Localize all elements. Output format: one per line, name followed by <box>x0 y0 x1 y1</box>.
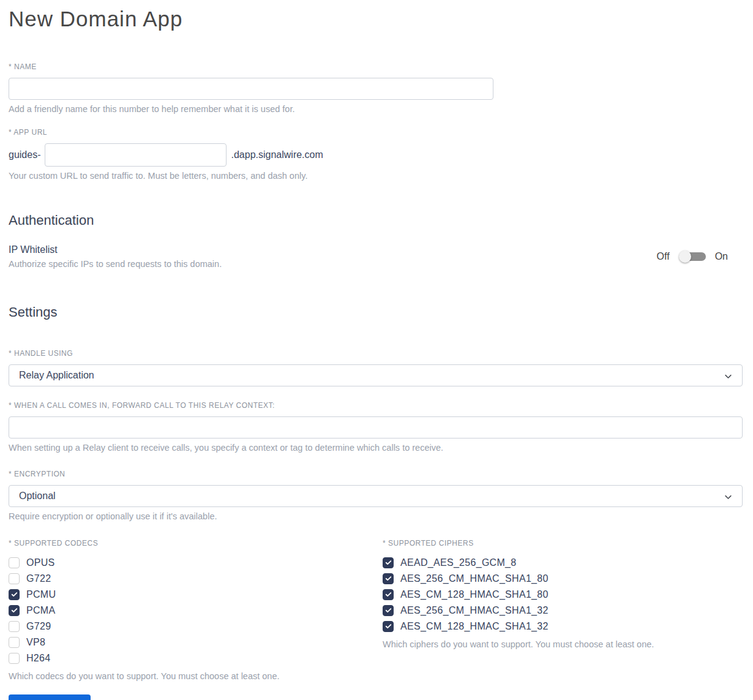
supported-ciphers-label: * SUPPORTED CIPHERS <box>383 539 743 548</box>
chevron-down-icon <box>724 492 733 502</box>
ip-whitelist-text: IP Whitelist Authorize specific IPs to s… <box>9 244 222 269</box>
cipher-list: AEAD_AES_256_GCM_8AES_256_CM_HMAC_SHA1_8… <box>383 555 743 634</box>
supported-codecs-label: * SUPPORTED CODECS <box>9 539 383 548</box>
codec-option-label: PCMA <box>26 605 55 616</box>
name-label: * NAME <box>9 62 743 71</box>
codec-option-vp8[interactable]: VP8 <box>9 634 383 650</box>
cipher-option-aes_256_cm_hmac_sha1_80[interactable]: AES_256_CM_HMAC_SHA1_80 <box>383 571 743 587</box>
codec-option-label: H264 <box>26 653 50 664</box>
encryption-value: Optional <box>19 491 56 502</box>
checkbox-checked-icon[interactable] <box>383 621 394 632</box>
encryption-group: * ENCRYPTION Optional Require encryption… <box>9 470 743 521</box>
app-url-prefix: guides- <box>9 149 40 160</box>
cipher-option-aead_aes_256_gcm_8[interactable]: AEAD_AES_256_GCM_8 <box>383 555 743 571</box>
cipher-option-label: AES_256_CM_HMAC_SHA1_32 <box>400 605 549 616</box>
checkbox-checked-icon[interactable] <box>9 589 20 600</box>
checkbox-checked-icon[interactable] <box>383 573 394 584</box>
app-url-suffix: .dapp.signalwire.com <box>231 149 323 160</box>
authentication-section: Authentication IP Whitelist Authorize sp… <box>9 213 743 269</box>
codecs-helper: Which codecs do you want to support. You… <box>9 671 383 681</box>
handle-using-group: * HANDLE USING Relay Application <box>9 349 743 386</box>
codec-list: OPUSG722PCMUPCMAG729VP8H264 <box>9 555 383 666</box>
supported-ciphers-column: * SUPPORTED CIPHERS AEAD_AES_256_GCM_8AE… <box>383 539 743 649</box>
cipher-option-label: AEAD_AES_256_GCM_8 <box>400 557 517 568</box>
ciphers-helper: Which ciphers do you want to support. Yo… <box>383 639 743 649</box>
app-url-helper: Your custom URL to send traffic to. Must… <box>9 171 743 181</box>
handle-using-label: * HANDLE USING <box>9 349 743 358</box>
checkbox-checked-icon[interactable] <box>383 605 394 616</box>
ip-whitelist-label: IP Whitelist <box>9 244 222 255</box>
codec-option-g722[interactable]: G722 <box>9 571 383 587</box>
codec-option-pcmu[interactable]: PCMU <box>9 587 383 603</box>
settings-section: Settings * HANDLE USING Relay Applicatio… <box>9 304 743 700</box>
codec-option-pcma[interactable]: PCMA <box>9 603 383 619</box>
page-title: New Domain App <box>9 6 743 32</box>
checkbox-unchecked-icon[interactable] <box>9 637 20 648</box>
codec-option-h264[interactable]: H264 <box>9 650 383 666</box>
codec-option-label: OPUS <box>26 557 55 568</box>
supported-codecs-column: * SUPPORTED CODECS OPUSG722PCMUPCMAG729V… <box>9 539 383 681</box>
relay-context-label: * WHEN A CALL COMES IN, FORWARD CALL TO … <box>9 401 743 410</box>
toggle-on-label: On <box>715 251 728 262</box>
name-helper: Add a friendly name for this number to h… <box>9 104 743 114</box>
codec-option-label: VP8 <box>26 637 45 648</box>
checkbox-checked-icon[interactable] <box>383 589 394 600</box>
checkbox-unchecked-icon[interactable] <box>9 621 20 632</box>
checkbox-unchecked-icon[interactable] <box>9 653 20 664</box>
checkbox-unchecked-icon[interactable] <box>9 573 20 584</box>
settings-heading: Settings <box>9 304 743 320</box>
ip-whitelist-toggle-group: Off On <box>657 250 743 263</box>
codec-option-opus[interactable]: OPUS <box>9 555 383 571</box>
encryption-label: * ENCRYPTION <box>9 470 743 478</box>
save-button[interactable]: Save <box>9 694 91 700</box>
handle-using-select[interactable]: Relay Application <box>9 364 743 386</box>
new-domain-app-page: New Domain App * NAME Add a friendly nam… <box>0 0 753 700</box>
checkbox-checked-icon[interactable] <box>383 557 394 568</box>
name-field-group: * NAME Add a friendly name for this numb… <box>9 62 743 114</box>
checkbox-unchecked-icon[interactable] <box>9 557 20 568</box>
authentication-heading: Authentication <box>9 213 743 228</box>
cipher-option-aes_256_cm_hmac_sha1_32[interactable]: AES_256_CM_HMAC_SHA1_32 <box>383 603 743 619</box>
relay-context-group: * WHEN A CALL COMES IN, FORWARD CALL TO … <box>9 401 743 453</box>
app-url-label: * APP URL <box>9 128 743 137</box>
codec-option-label: PCMU <box>26 589 56 600</box>
relay-context-helper: When setting up a Relay client to receiv… <box>9 443 743 453</box>
cipher-option-label: AES_256_CM_HMAC_SHA1_80 <box>400 573 549 584</box>
encryption-helper: Require encryption or optionally use it … <box>9 511 743 521</box>
toggle-off-label: Off <box>657 251 670 262</box>
ip-whitelist-toggle[interactable] <box>679 250 706 263</box>
codecs-ciphers-row: * SUPPORTED CODECS OPUSG722PCMUPCMAG729V… <box>9 539 743 681</box>
chevron-down-icon <box>724 372 733 381</box>
codec-option-label: G729 <box>26 621 51 632</box>
codec-option-g729[interactable]: G729 <box>9 619 383 634</box>
app-url-input[interactable] <box>45 143 227 167</box>
cipher-option-label: AES_CM_128_HMAC_SHA1_32 <box>400 621 549 632</box>
ip-whitelist-helper: Authorize specific IPs to send requests … <box>9 259 222 269</box>
name-input[interactable] <box>9 78 493 100</box>
ip-whitelist-row: IP Whitelist Authorize specific IPs to s… <box>9 244 743 269</box>
cipher-option-label: AES_CM_128_HMAC_SHA1_80 <box>400 589 549 600</box>
relay-context-input[interactable] <box>9 416 743 438</box>
codec-option-label: G722 <box>26 573 51 584</box>
toggle-knob-icon[interactable] <box>679 250 691 263</box>
encryption-select[interactable]: Optional <box>9 485 743 507</box>
app-url-field-group: * APP URL guides- .dapp.signalwire.com Y… <box>9 128 743 181</box>
app-url-row: guides- .dapp.signalwire.com <box>9 143 743 167</box>
cipher-option-aes_cm_128_hmac_sha1_32[interactable]: AES_CM_128_HMAC_SHA1_32 <box>383 619 743 634</box>
handle-using-value: Relay Application <box>19 370 94 381</box>
cipher-option-aes_cm_128_hmac_sha1_80[interactable]: AES_CM_128_HMAC_SHA1_80 <box>383 587 743 603</box>
checkbox-checked-icon[interactable] <box>9 605 20 616</box>
